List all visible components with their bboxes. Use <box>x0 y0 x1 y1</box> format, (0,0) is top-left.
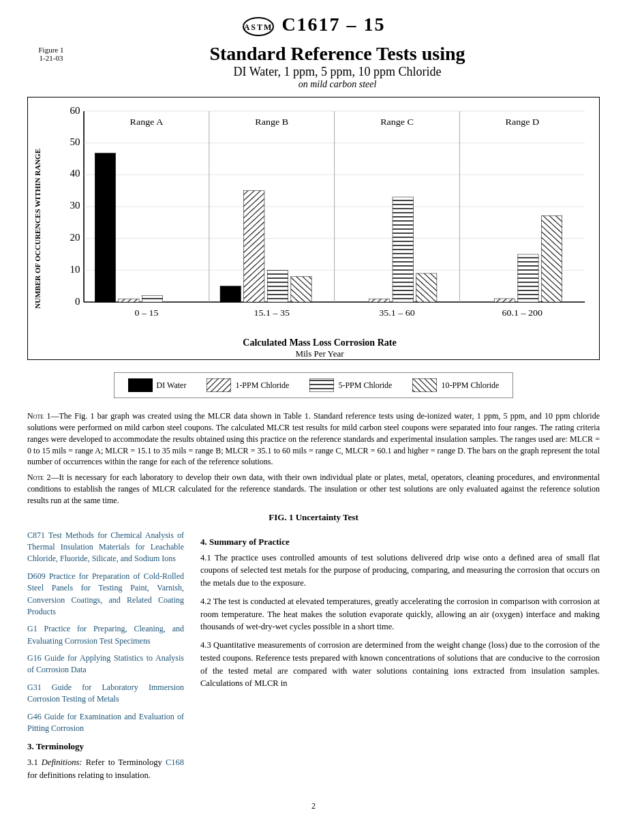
note-1: Note 1—The Fig. 1 bar graph was created … <box>27 410 600 468</box>
y-axis-label: NUMBER OF OCCURENCES WITHIN RANGE <box>28 97 47 359</box>
legend-diwater-icon <box>128 378 153 392</box>
svg-rect-40 <box>416 273 437 302</box>
note1-label: Note 1 <box>27 411 50 421</box>
svg-rect-52 <box>207 378 231 392</box>
svg-text:0: 0 <box>75 297 80 307</box>
ref-item-G31: G31 Guide for Laboratory Immersion Corro… <box>27 682 184 706</box>
chart-svg: 0 10 20 30 40 50 60 Range A Range B Rang… <box>47 104 592 336</box>
figure-title-block: Standard Reference Tests using DI Water,… <box>75 42 600 91</box>
legend-10ppm-icon <box>412 378 437 392</box>
summary-para3: 4.3 Quantitative measurements of corrosi… <box>200 639 600 690</box>
legend-item-1ppm: 1-PPM Chloride <box>207 378 289 392</box>
note1-text: —The Fig. 1 bar graph was created using … <box>27 411 600 466</box>
ref-link-G1[interactable]: G1 Practice for Preparing, Cleaning, and… <box>27 624 184 645</box>
ref-item-C871: C871 Test Methods for Chemical Analysis … <box>27 530 184 565</box>
summary-para1: 4.1 The practice uses controlled amounts… <box>200 552 600 590</box>
terminology-text: 3.1 Definitions: Refer to Terminology C1… <box>27 756 184 782</box>
legend-1ppm-label: 1-PPM Chloride <box>235 380 289 391</box>
ref-link-G31[interactable]: G31 Guide for Laboratory Immersion Corro… <box>27 682 184 704</box>
ref-link-G16[interactable]: G16 Guide for Applying Statistics to Ana… <box>27 653 184 674</box>
svg-text:50: 50 <box>70 137 80 147</box>
astm-logo: ASTM C1617 – 15 <box>27 14 600 37</box>
legend-item-diwater: DI Water <box>128 378 187 392</box>
figure-label: Figure 1 1-21-03 <box>27 42 75 91</box>
svg-text:Range D: Range D <box>506 117 540 127</box>
figure-sub2: on mild carbon steel <box>75 79 600 90</box>
ref-item-D609: D609 Practice for Preparation of Cold-Ro… <box>27 571 184 618</box>
legend-box: DI Water 1-PPM Chloride <box>114 372 514 398</box>
svg-rect-34 <box>220 286 241 302</box>
svg-text:40: 40 <box>70 168 80 179</box>
svg-text:15.1 – 35: 15.1 – 35 <box>254 308 290 318</box>
summary-para2: 4.2 The test is conducted at elevated te… <box>200 595 600 633</box>
chart-plot-area: 0 10 20 30 40 50 60 Range A Range B Rang… <box>47 97 599 359</box>
svg-rect-58 <box>412 378 437 392</box>
standard-number: C1617 – 15 <box>281 14 385 35</box>
svg-rect-32 <box>119 299 139 302</box>
bar-chart: NUMBER OF OCCURENCES WITHIN RANGE <box>27 97 600 360</box>
svg-rect-36 <box>267 270 288 302</box>
svg-text:0 – 15: 0 – 15 <box>134 308 158 318</box>
figure-subtitle: DI Water, 1 ppm, 5 ppm, 10 ppm Chloride <box>75 65 600 79</box>
ref-link-G46[interactable]: G46 Guide for Examination and Evaluation… <box>27 712 184 733</box>
legend-1ppm-icon <box>207 378 231 392</box>
two-column-layout: C871 Test Methods for Chemical Analysis … <box>27 530 600 787</box>
legend-5ppm-label: 5-PPM Chloride <box>338 380 392 391</box>
svg-rect-33 <box>142 296 162 302</box>
figure-header: Figure 1 1-21-03 Standard Reference Test… <box>27 42 600 91</box>
note2-label: Note 2 <box>27 472 50 482</box>
legend-10ppm-label: 10-PPM Chloride <box>441 380 499 391</box>
svg-rect-55 <box>309 378 334 392</box>
notes-section: Note 1—The Fig. 1 bar graph was created … <box>27 410 600 506</box>
x-axis-sub: Mils Per Year <box>47 348 592 359</box>
svg-text:30: 30 <box>70 200 80 211</box>
svg-rect-43 <box>541 215 562 302</box>
svg-text:20: 20 <box>70 232 80 243</box>
ref-link-C871[interactable]: C871 Test Methods for Chemical Analysis … <box>27 530 184 564</box>
note2-text: —It is necessary for each laboratory to … <box>27 472 600 505</box>
svg-rect-44 <box>494 299 515 302</box>
fig-caption: FIG. 1 Uncertainty Test <box>27 512 600 523</box>
svg-rect-31 <box>95 153 115 302</box>
svg-text:35.1 – 60: 35.1 – 60 <box>379 308 415 318</box>
right-column: 4. Summary of Practice 4.1 The practice … <box>200 530 600 787</box>
ref-link-D609[interactable]: D609 Practice for Preparation of Cold-Ro… <box>27 571 184 616</box>
ref-item-G46: G46 Guide for Examination and Evaluation… <box>27 711 184 735</box>
svg-text:60: 60 <box>70 106 80 116</box>
chart-legend: DI Water 1-PPM Chloride <box>27 367 600 404</box>
left-column: C871 Test Methods for Chemical Analysis … <box>27 530 184 787</box>
terminology-heading: 3. Terminology <box>27 741 184 752</box>
svg-text:60.1 – 200: 60.1 – 200 <box>502 308 542 318</box>
svg-text:ASTM: ASTM <box>244 22 273 32</box>
page-header: ASTM C1617 – 15 <box>27 14 600 37</box>
legend-item-5ppm: 5-PPM Chloride <box>309 378 392 392</box>
legend-diwater-label: DI Water <box>157 380 187 391</box>
svg-rect-49 <box>128 378 153 392</box>
svg-text:Range A: Range A <box>130 117 164 127</box>
references-list: C871 Test Methods for Chemical Analysis … <box>27 530 184 735</box>
svg-rect-42 <box>518 254 538 302</box>
svg-rect-39 <box>393 197 413 302</box>
legend-5ppm-icon <box>309 378 334 392</box>
page-number: 2 <box>27 801 600 811</box>
svg-text:10: 10 <box>70 265 80 275</box>
summary-heading: 4. Summary of Practice <box>200 537 600 548</box>
svg-rect-37 <box>291 277 311 302</box>
note-2: Note 2—It is necessary for each laborato… <box>27 472 600 506</box>
ref-link-C168[interactable]: C168 <box>166 758 184 767</box>
figure-title: Standard Reference Tests using <box>75 42 600 65</box>
legend-item-10ppm: 10-PPM Chloride <box>412 378 499 392</box>
svg-text:Range B: Range B <box>255 117 288 127</box>
ref-item-G16: G16 Guide for Applying Statistics to Ana… <box>27 652 184 676</box>
svg-text:Range C: Range C <box>380 117 414 127</box>
ref-item-G1: G1 Practice for Preparing, Cleaning, and… <box>27 623 184 647</box>
svg-rect-35 <box>244 191 264 302</box>
x-axis-label: Calculated Mass Loss Corrosion Rate <box>47 338 592 348</box>
svg-rect-38 <box>369 299 389 302</box>
